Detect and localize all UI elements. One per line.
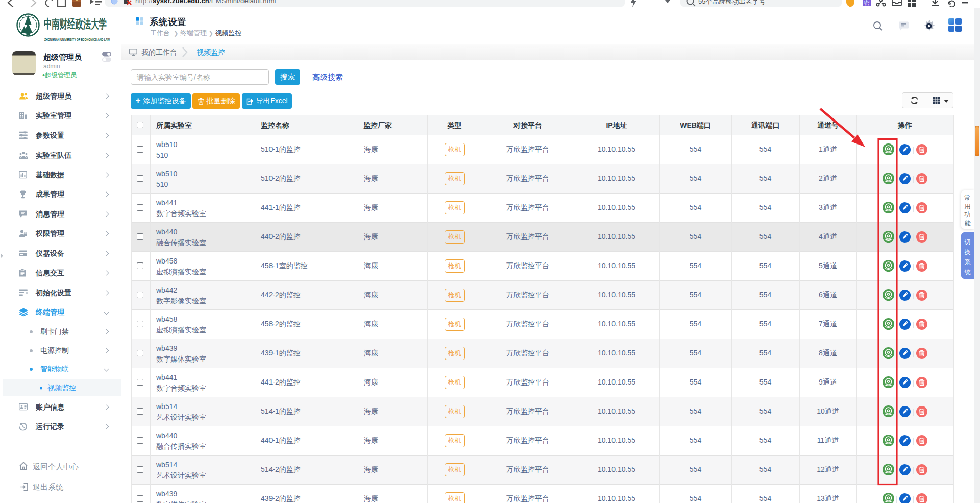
svg-text:密: 密	[864, 0, 870, 6]
